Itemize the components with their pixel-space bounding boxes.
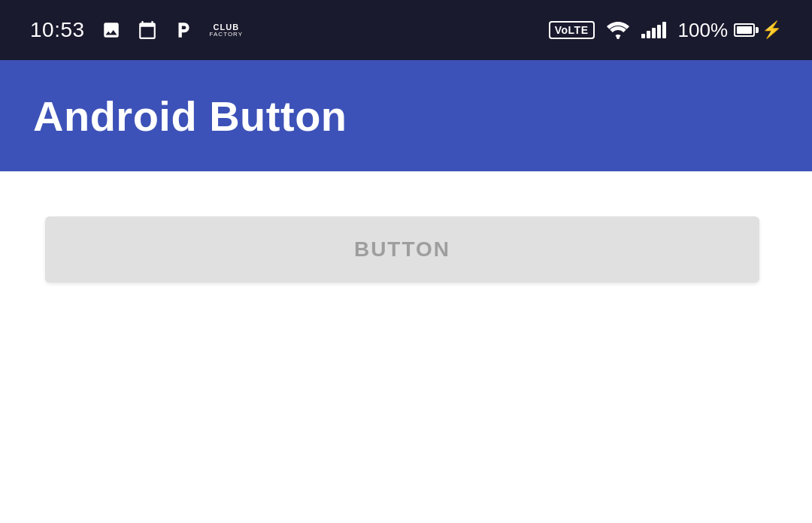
calendar-icon: [138, 20, 157, 40]
status-bar: 10:53 CLUB FACTORY VoLTE: [0, 0, 812, 60]
club-factory-top: CLUB: [214, 23, 240, 32]
volte-badge: VoLTE: [549, 21, 595, 39]
main-button[interactable]: BUTTON: [45, 216, 759, 283]
status-time: 10:53: [30, 18, 85, 42]
battery-icon: ⚡: [734, 20, 782, 40]
main-button-label: BUTTON: [354, 237, 450, 262]
signal-icon: [641, 22, 666, 38]
svg-point-0: [617, 36, 620, 39]
club-factory-icon: CLUB FACTORY: [210, 23, 244, 38]
status-bar-left: 10:53 CLUB FACTORY: [30, 18, 243, 42]
wifi-icon: [607, 21, 629, 39]
content-area: BUTTON: [0, 171, 812, 328]
battery-container: 100% ⚡: [678, 19, 783, 42]
parking-icon: [174, 20, 193, 40]
image-icon: [102, 20, 121, 40]
battery-percent: 100%: [678, 19, 729, 42]
page-title: Android Button: [33, 92, 347, 141]
status-bar-right: VoLTE 100% ⚡: [549, 19, 782, 42]
app-bar: Android Button: [0, 60, 812, 171]
club-factory-bottom: FACTORY: [210, 32, 244, 38]
